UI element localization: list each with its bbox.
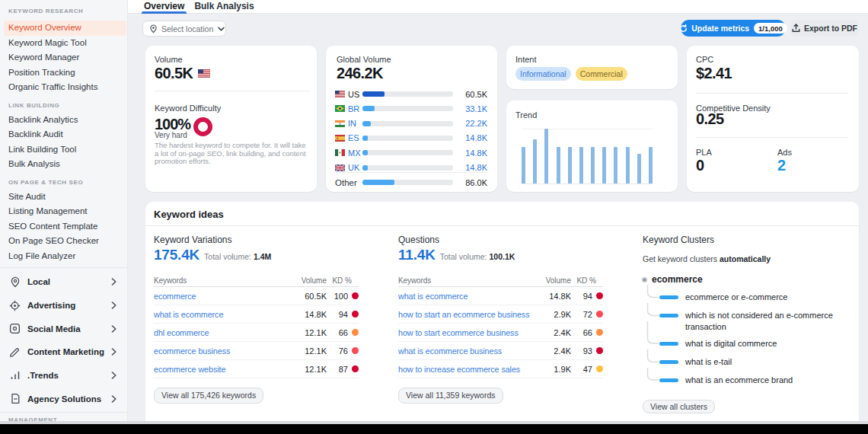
keyword-ideas-title: Keyword ideas xyxy=(154,209,224,220)
keyword-link[interactable]: ecommerce business xyxy=(154,346,289,356)
global-volume-label: Global Volume xyxy=(337,55,391,64)
sidebar-section-header: KEYWORD RESEARCH xyxy=(0,6,127,17)
sidebar-app-content-marketing[interactable]: Content Marketing xyxy=(0,340,127,364)
sidebar-app--trends[interactable]: .Trends xyxy=(0,364,127,388)
view-all-variations-button[interactable]: View all 175,426 keywords xyxy=(154,388,263,404)
questions-title: Questions xyxy=(398,235,603,245)
sidebar-item-link-building-tool[interactable]: Link Building Tool xyxy=(0,142,127,158)
sidebar-item-keyword-magic-tool[interactable]: Keyword Magic Tool xyxy=(0,36,127,51)
sidebar-app-label: .Trends xyxy=(27,371,111,380)
keyword-volume: 12.1K xyxy=(289,346,327,356)
intent-badge-informational[interactable]: Informational xyxy=(515,67,571,81)
keyword-table-header: KeywordsVolumeKD % xyxy=(154,274,359,287)
sidebar-item-seo-content-template[interactable]: SEO Content Template xyxy=(0,219,127,235)
volume-bar-track xyxy=(362,150,453,155)
keyword-link[interactable]: what is ecommerce xyxy=(154,310,289,319)
keyword-variations-total-label: Total volume: xyxy=(204,252,251,261)
volume-bar-fill xyxy=(362,91,385,97)
questions-total-label: Total volume: xyxy=(440,252,487,261)
sidebar-item-organic-traffic-insights[interactable]: Organic Traffic Insights xyxy=(0,80,127,95)
kd-description: The hardest keyword to compete for. It w… xyxy=(155,142,308,166)
trend-bar xyxy=(557,147,560,183)
cluster-child[interactable]: what is e-tail xyxy=(659,356,845,368)
volume-bar-fill xyxy=(362,121,371,126)
cluster-child[interactable]: which is not considered an e-commerce tr… xyxy=(659,310,845,332)
keyword-variations-count: 175.4K xyxy=(154,247,199,263)
keyword-kd: 94 xyxy=(327,310,359,319)
cluster-bar-icon xyxy=(659,295,678,299)
cluster-child[interactable]: what is an ecommerce brand xyxy=(659,375,845,386)
tab-bulk-analysis[interactable]: Bulk Analysis xyxy=(192,0,256,14)
global-volume-row-us: US 60.5K xyxy=(335,87,487,101)
sidebar-item-log-file-analyzer[interactable]: Log File Analyzer xyxy=(0,249,127,264)
keyword-row: ecommerce 60.5K 100 xyxy=(154,287,359,305)
trend-bar xyxy=(602,147,606,183)
sidebar-item-keyword-overview[interactable]: Keyword Overview xyxy=(4,21,126,36)
sidebar-app-local[interactable]: Local xyxy=(0,270,127,294)
keyword-row: dhl ecommerce 12.1K 66 xyxy=(154,324,359,342)
volume-bar-fill xyxy=(362,150,368,155)
trend-bar xyxy=(579,147,583,183)
global-volume-row-in: IN 22.2K xyxy=(335,116,487,131)
intent-card: Intent InformationalCommercial xyxy=(506,46,678,89)
kd-dot-icon xyxy=(596,292,603,299)
sidebar-item-on-page-seo-checker[interactable]: On Page SEO Checker xyxy=(0,234,127,249)
intent-badge-commercial[interactable]: Commercial xyxy=(576,67,627,81)
keyword-link[interactable]: ecommerce website xyxy=(154,365,289,374)
country-code: US xyxy=(348,90,362,99)
social-media-icon xyxy=(9,323,21,334)
trends-icon xyxy=(9,370,21,381)
flag-es xyxy=(335,135,345,142)
cluster-bar-icon xyxy=(659,378,678,382)
country-volume-value: 33.1K xyxy=(453,104,487,113)
sidebar-item-backlink-analytics[interactable]: Backlink Analytics xyxy=(0,113,127,128)
chevron-right-icon xyxy=(111,395,116,403)
other-label: Other xyxy=(335,178,362,187)
keyword-clusters-title: Keyword Clusters xyxy=(643,235,846,245)
cluster-child[interactable]: what is digital commerce xyxy=(659,338,845,349)
trend-bar xyxy=(533,139,537,183)
col-header-volume: Volume xyxy=(533,276,571,285)
keyword-kd: 100 xyxy=(327,292,359,301)
sidebar-app-social-media[interactable]: Social Media xyxy=(0,317,127,340)
sidebar-item-keyword-manager[interactable]: Keyword Manager xyxy=(0,50,127,65)
sidebar-app-advertising[interactable]: Advertising xyxy=(0,294,127,318)
view-all-clusters-button[interactable]: View all clusters xyxy=(643,400,715,413)
country-code: IN xyxy=(348,119,362,128)
local-icon xyxy=(9,276,21,288)
kd-dot-icon xyxy=(352,292,359,299)
keyword-link[interactable]: ecommerce xyxy=(154,292,289,301)
trend-bar xyxy=(591,147,595,183)
cluster-child[interactable]: ecommerce or e-commerce xyxy=(659,292,845,303)
keyword-row: how to start an ecommerce business 2.9K … xyxy=(398,305,603,324)
keyword-link[interactable]: what is ecommerce xyxy=(398,292,533,301)
sidebar-item-bulk-analysis[interactable]: Bulk Analysis xyxy=(0,157,127,172)
keyword-link[interactable]: dhl ecommerce xyxy=(154,328,289,337)
keyword-link[interactable]: how to increase ecommerce sales xyxy=(398,365,533,374)
trend-bar xyxy=(614,147,617,183)
sidebar-item-backlink-audit[interactable]: Backlink Audit xyxy=(0,127,127,142)
keyword-kd: 66 xyxy=(571,328,603,337)
sidebar-item-listing-management[interactable]: Listing Management xyxy=(0,204,127,219)
keyword-link[interactable]: how to start an ecommerce business xyxy=(398,310,533,319)
keyword-kd: 93 xyxy=(571,346,603,356)
view-all-questions-button[interactable]: View all 11,359 keywords xyxy=(398,388,503,404)
update-metrics-button[interactable]: Update metrics 1/1,000 xyxy=(681,20,786,37)
select-location-dropdown[interactable]: Select location xyxy=(142,21,226,37)
keyword-row: ecommerce business 12.1K 76 xyxy=(154,342,359,360)
trend-bar xyxy=(637,154,641,183)
tab-overview[interactable]: Overview xyxy=(142,0,187,14)
sidebar-item-site-audit[interactable]: Site Audit xyxy=(0,190,127,205)
sidebar-app-label: Local xyxy=(27,277,111,286)
update-metrics-quota-badge: 1/1,000 xyxy=(754,23,787,34)
keyword-link[interactable]: how to start ecommerce business xyxy=(398,328,533,337)
sidebar-divider xyxy=(0,412,127,413)
kd-dot-icon xyxy=(352,329,359,336)
export-to-pdf-button[interactable]: Export to PDF xyxy=(790,20,859,37)
kd-dot-icon xyxy=(596,329,603,336)
sidebar-item-position-tracking[interactable]: Position Tracking xyxy=(0,65,127,81)
volume-bar-fill xyxy=(362,136,368,141)
keyword-kd: 94 xyxy=(571,292,603,301)
keyword-link[interactable]: what is ecommerce business xyxy=(398,346,533,356)
sidebar-app-agency-solutions[interactable]: Agency Solutions xyxy=(0,387,127,410)
